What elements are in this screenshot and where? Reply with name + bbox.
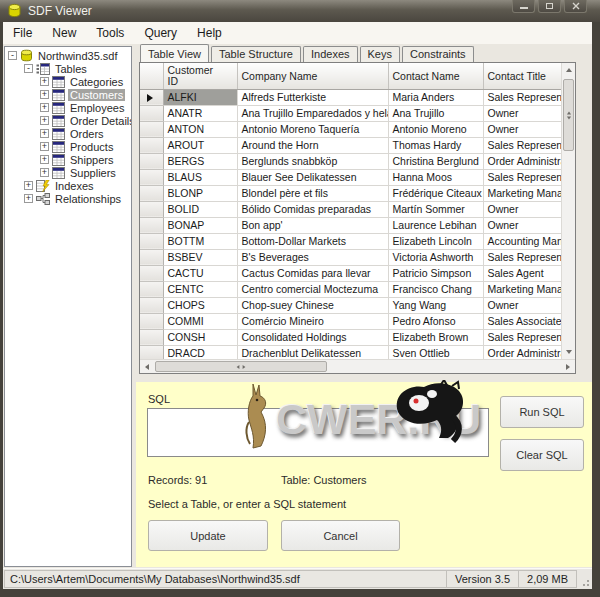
grid-cell[interactable]: Order Administrator [483, 345, 561, 359]
scroll-down-button[interactable] [562, 345, 576, 359]
update-button[interactable]: Update [148, 520, 268, 551]
tree-item-shippers[interactable]: +Shippers [5, 153, 131, 166]
column-header-customer-id[interactable]: Customer ID [163, 63, 237, 89]
tree-expander-icon[interactable]: + [40, 103, 49, 112]
row-header[interactable] [140, 345, 163, 359]
menu-item-tools[interactable]: Tools [86, 23, 134, 43]
grid-cell[interactable]: Around the Horn [237, 137, 388, 153]
grid-cell[interactable]: BSBEV [163, 249, 237, 265]
grid-cell[interactable]: Sales Agent [483, 265, 561, 281]
row-header[interactable] [140, 297, 163, 313]
grid-cell[interactable]: Owner [483, 105, 561, 121]
horizontal-scroll-thumb[interactable] [155, 361, 327, 372]
tree-expander-icon[interactable]: - [8, 51, 17, 60]
grid-cell[interactable]: Yang Wang [388, 297, 483, 313]
grid-cell[interactable]: Sales Representative [483, 137, 561, 153]
grid-cell[interactable]: Pedro Afonso [388, 313, 483, 329]
grid-cell[interactable]: ALFKI [163, 89, 237, 105]
grid-cell[interactable]: Elizabeth Lincoln [388, 233, 483, 249]
grid-cell[interactable]: Victoria Ashworth [388, 249, 483, 265]
tree-expander-icon[interactable]: + [40, 155, 49, 164]
row-header[interactable] [140, 121, 163, 137]
row-header[interactable] [140, 137, 163, 153]
sql-input[interactable] [147, 408, 489, 457]
grid-cell[interactable]: Sales Representative [483, 249, 561, 265]
tab-keys[interactable]: Keys [360, 46, 400, 62]
grid-cell[interactable]: Blauer See Delikatessen [237, 169, 388, 185]
grid-cell[interactable]: ANATR [163, 105, 237, 121]
grid-cell[interactable]: Elizabeth Brown [388, 329, 483, 345]
menu-item-new[interactable]: New [42, 23, 86, 43]
minimize-button[interactable] [512, 0, 535, 13]
grid-cell[interactable]: DRACD [163, 345, 237, 359]
grid-cell[interactable]: Christina Berglund [388, 153, 483, 169]
grid-cell[interactable]: Berglunds snabbköp [237, 153, 388, 169]
grid-cell[interactable]: Comércio Mineiro [237, 313, 388, 329]
tree-expander-icon[interactable]: + [40, 168, 49, 177]
grid-cell[interactable]: Francisco Chang [388, 281, 483, 297]
row-header[interactable] [140, 329, 163, 345]
grid-cell[interactable]: CONSH [163, 329, 237, 345]
tree-expander-icon[interactable]: - [24, 64, 33, 73]
tree-item-suppliers[interactable]: +Suppliers [5, 166, 131, 179]
title-bar[interactable]: SDF Viewer [0, 0, 600, 22]
tab-table-structure[interactable]: Table Structure [211, 46, 301, 62]
vertical-scroll-thumb[interactable] [563, 79, 574, 151]
grid-cell[interactable]: Ana Trujillo [388, 105, 483, 121]
grid-cell[interactable]: Hanna Moos [388, 169, 483, 185]
grid-cell[interactable]: BERGS [163, 153, 237, 169]
grid-cell[interactable]: Patricio Simpson [388, 265, 483, 281]
tree-expander-icon[interactable]: + [40, 129, 49, 138]
grid-cell[interactable]: Centro comercial Moctezuma [237, 281, 388, 297]
grid-cell[interactable]: Sales Representative [483, 169, 561, 185]
grid-cell[interactable]: Laurence Lebihan [388, 217, 483, 233]
row-header[interactable] [140, 217, 163, 233]
tree-item-categories[interactable]: +Categories [5, 75, 131, 88]
grid-cell[interactable]: CACTU [163, 265, 237, 281]
row-header[interactable] [140, 201, 163, 217]
menu-item-file[interactable]: File [3, 23, 42, 43]
tree-expander-icon[interactable]: + [40, 142, 49, 151]
grid-cell[interactable]: CENTC [163, 281, 237, 297]
grid-cell[interactable]: Thomas Hardy [388, 137, 483, 153]
column-header-contact-name[interactable]: Contact Name [388, 63, 483, 89]
grid-cell[interactable]: BONAP [163, 217, 237, 233]
grid-cell[interactable]: CHOPS [163, 297, 237, 313]
grid-cell[interactable]: Martín Sommer [388, 201, 483, 217]
scroll-up-button[interactable] [562, 63, 576, 77]
row-header[interactable] [140, 89, 163, 105]
grid-cell[interactable]: Accounting Manager [483, 233, 561, 249]
grid-cell[interactable]: Order Administrator [483, 153, 561, 169]
vertical-scrollbar[interactable] [561, 63, 575, 359]
tree-expander-icon[interactable]: + [24, 194, 33, 203]
grid-cell[interactable]: Drachenblut Delikatessen [237, 345, 388, 359]
tree-item-employees[interactable]: +Employees [5, 101, 131, 114]
grid-cell[interactable]: Ana Trujillo Emparedados y helados [237, 105, 388, 121]
maximize-button[interactable] [538, 0, 561, 13]
tab-indexes[interactable]: Indexes [303, 46, 358, 62]
tree-expander-icon[interactable]: + [40, 116, 49, 125]
grid-cell[interactable]: Bon app' [237, 217, 388, 233]
row-header[interactable] [140, 281, 163, 297]
menu-item-query[interactable]: Query [134, 23, 187, 43]
row-header[interactable] [140, 169, 163, 185]
grid-cell[interactable]: B's Beverages [237, 249, 388, 265]
grid-cell[interactable]: Owner [483, 201, 561, 217]
grid-cell[interactable]: Owner [483, 297, 561, 313]
row-header[interactable] [140, 249, 163, 265]
row-header[interactable] [140, 153, 163, 169]
column-header-company-name[interactable]: Company Name [237, 63, 388, 89]
grid-cell[interactable]: Bólido Comidas preparadas [237, 201, 388, 217]
grid-cell[interactable]: Chop-suey Chinese [237, 297, 388, 313]
close-button[interactable] [564, 0, 587, 13]
row-header[interactable] [140, 185, 163, 201]
tree-item-orders[interactable]: +Orders [5, 127, 131, 140]
tree-item-tables[interactable]: -Tables [5, 62, 131, 75]
cancel-button[interactable]: Cancel [281, 520, 400, 551]
tree-item-indexes[interactable]: +Indexes [5, 179, 131, 192]
tree-expander-icon[interactable]: + [24, 181, 33, 190]
scroll-right-button[interactable] [561, 360, 575, 374]
resize-grip[interactable] [577, 570, 591, 588]
tree-item-northwind35-sdf[interactable]: -Northwind35.sdf [5, 49, 131, 62]
row-header[interactable] [140, 105, 163, 121]
